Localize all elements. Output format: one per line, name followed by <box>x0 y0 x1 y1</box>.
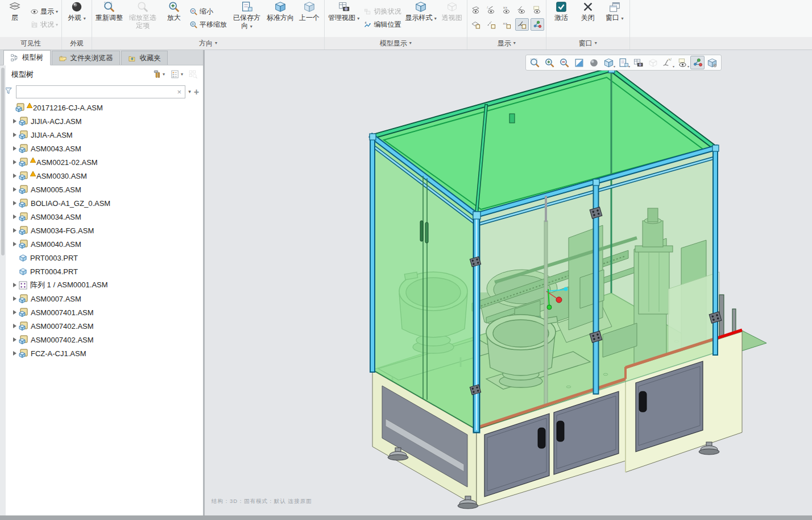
zoom-out-button[interactable]: 缩小 <box>188 6 229 18</box>
model-tree-node[interactable]: ASM0034.ASM <box>7 210 202 224</box>
model-tree-node[interactable]: ASM0030.ASM <box>7 169 202 183</box>
saved-orientations-button[interactable]: 已保存方向 ▾ <box>229 0 264 36</box>
model-tree-node[interactable]: PRT0004.PRT <box>7 265 202 278</box>
appearance-sphere-button[interactable]: 外观 ▾ <box>64 0 90 36</box>
axis-tag-display-toggle[interactable] <box>484 18 498 31</box>
expand-icon[interactable] <box>10 310 19 315</box>
plane-tag-display-toggle[interactable] <box>469 18 483 31</box>
viewport-repaint-button[interactable] <box>572 56 586 69</box>
ribbon-group-label[interactable]: 显示▾ <box>467 37 546 49</box>
model-tree-node[interactable]: FCZ-A-CJ1.ASM <box>7 346 202 360</box>
pan-zoom-icon <box>189 20 198 29</box>
spin-center-display-toggle[interactable] <box>531 18 544 31</box>
warning-icon <box>30 158 36 163</box>
viewport-view-manager-button[interactable] <box>631 56 645 69</box>
model-tree-node[interactable]: 阵列 1 / ASM0001.ASM <box>7 278 202 292</box>
zoom-in-button[interactable]: 放大 <box>161 0 187 36</box>
datum-csys-display-toggle[interactable] <box>515 3 529 16</box>
navigator-tab-folder-browser[interactable]: 文件夹浏览器 <box>52 51 120 65</box>
filter-dropdown-icon[interactable]: ▾ <box>188 89 191 94</box>
tree-filter-text[interactable] <box>19 88 176 96</box>
perspective-button[interactable]: 透视图 <box>439 0 465 36</box>
datum-point-display-toggle[interactable]: ×× <box>500 3 513 16</box>
tree-tools-button[interactable]: ▾ <box>152 69 165 79</box>
zoom-to-selected-button[interactable]: 缩放至选定项 <box>125 0 160 36</box>
pan-zoom-button[interactable]: 平移缩放 <box>188 19 229 31</box>
model-tree-node[interactable]: ASM0007.ASM <box>7 292 202 306</box>
graphics-area[interactable]: ▾▾×/▾▾ <box>205 50 812 515</box>
expand-icon[interactable] <box>10 174 19 178</box>
model-tree-node[interactable]: ASM0043.ASM <box>7 142 202 155</box>
tree-filter-input[interactable]: × <box>16 85 185 98</box>
status-save-button[interactable]: 状况▾ <box>28 19 60 31</box>
expand-icon[interactable] <box>10 201 19 205</box>
viewport-spin-center-button[interactable] <box>690 56 705 69</box>
tree-scrollbar[interactable] <box>0 65 6 515</box>
add-filter-icon[interactable]: + <box>194 87 199 97</box>
expand-icon[interactable] <box>10 133 19 137</box>
expand-icon[interactable] <box>10 351 19 356</box>
model-tree-node[interactable]: JIJIA-ACJ.ASM <box>7 114 202 128</box>
point-tag-display-toggle[interactable]: ×× <box>500 18 513 31</box>
expand-icon[interactable] <box>10 296 19 301</box>
model-tree-node[interactable]: BOLIAO-A1_GZ_0.ASM <box>7 196 202 210</box>
viewport-zoom-out-button[interactable] <box>557 56 571 69</box>
expand-icon[interactable] <box>10 337 19 342</box>
layers-button[interactable]: 层 <box>2 0 28 36</box>
navigator-tab-favorites[interactable]: ✳收藏夹 <box>121 51 168 65</box>
datum-plane-display-toggle[interactable] <box>469 3 483 16</box>
model-tree-node[interactable]: ASM0021-02.ASM <box>7 155 202 169</box>
annotation-display-toggle[interactable] <box>531 3 544 16</box>
model-tree-node[interactable]: ASM0005.ASM <box>7 183 202 196</box>
expand-icon[interactable] <box>10 228 19 233</box>
viewport-display-style-button[interactable]: ▾ <box>602 56 616 69</box>
model-tree-node[interactable]: ASM0007402.ASM <box>7 319 202 333</box>
previous-view-button[interactable]: 上一个 <box>296 0 322 36</box>
model-tree-node[interactable]: 20171216-CJ-A.ASM <box>7 101 202 114</box>
viewport-datum-display-filters-button[interactable]: ×/▾ <box>661 56 675 69</box>
tree-columns-button[interactable] <box>188 69 198 79</box>
activate-button[interactable]: 激活 <box>548 0 574 36</box>
manage-views-button[interactable]: 管理视图 ▾ <box>326 0 361 36</box>
csys-tag-display-toggle[interactable] <box>515 18 529 31</box>
expand-icon[interactable] <box>10 283 19 287</box>
viewport-annotation-display-button[interactable]: ▾ <box>676 56 690 69</box>
toggle-status-button[interactable]: 切换状况 <box>362 6 403 18</box>
svg-text:×/: ×/ <box>668 57 672 61</box>
expand-icon[interactable] <box>10 214 19 219</box>
datum-axis-display-toggle[interactable]: / <box>484 3 498 16</box>
assembly-icon <box>19 240 28 249</box>
expand-icon[interactable] <box>10 324 19 328</box>
standard-orientation-button[interactable]: 标准方向 <box>265 0 296 36</box>
viewport-zoom-in-button[interactable] <box>542 56 557 69</box>
expand-icon[interactable] <box>10 119 19 123</box>
ribbon-group-label[interactable]: 方向▾ <box>92 37 324 49</box>
viewport-shade-button[interactable] <box>587 56 601 69</box>
viewport-perspective-button[interactable] <box>646 56 660 69</box>
viewport-refit-button[interactable] <box>528 56 542 69</box>
clear-filter-icon[interactable]: × <box>176 88 183 96</box>
expand-icon[interactable] <box>10 187 19 192</box>
tree-settings-button[interactable]: ▾ <box>170 69 183 79</box>
refit-button[interactable]: 重新调整 <box>94 0 125 36</box>
model-tree-node[interactable]: ASM0007402.ASM <box>7 333 202 346</box>
edit-position-button[interactable]: 4编辑位置 <box>362 19 403 31</box>
display-style-button[interactable]: 显示样式 ▾ <box>403 0 438 36</box>
model-tree-node[interactable]: ASM0034-FG.ASM <box>7 224 202 237</box>
eye-button[interactable]: 显示▾ <box>28 6 60 18</box>
expand-icon[interactable] <box>10 160 19 164</box>
viewport-component-display-button[interactable] <box>705 56 719 69</box>
model-tree-node[interactable]: JIJIA-A.ASM <box>7 128 202 142</box>
viewport-saved-orientations-button[interactable]: ▾ <box>616 56 631 69</box>
close-window-button[interactable]: 关闭 <box>575 0 601 36</box>
navigator-tab-model-tree[interactable]: 模型树 <box>3 50 51 65</box>
model-tree-node[interactable]: PRT0003.PRT <box>7 251 202 265</box>
ribbon-group-label[interactable]: 窗口▾ <box>546 37 629 49</box>
ribbon-group-label[interactable]: 模型显示▾ <box>325 37 467 49</box>
model-tree-node[interactable]: ASM0007401.ASM <box>7 306 202 319</box>
expand-icon[interactable] <box>10 146 19 151</box>
expand-icon[interactable] <box>10 242 19 246</box>
windows-button[interactable]: 窗口 ▾ <box>602 0 628 36</box>
machine-3d-model[interactable] <box>205 50 812 515</box>
model-tree-node[interactable]: ASM0040.ASM <box>7 237 202 251</box>
